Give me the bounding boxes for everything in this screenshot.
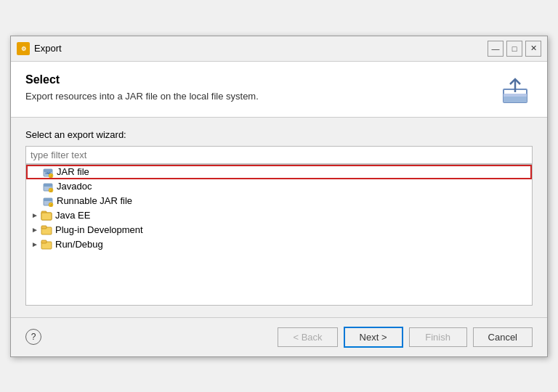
javadoc-label: Javadoc: [57, 181, 92, 192]
svg-rect-15: [44, 198, 52, 201]
export-dialog: ⚙ Export — □ ✕ Select Export resources i…: [10, 36, 548, 357]
window-controls: — □ ✕: [488, 41, 541, 57]
plugin-dev-folder-icon: [41, 224, 52, 236]
tree-item-runnable-jar[interactable]: J Runnable JAR file: [26, 194, 532, 208]
next-button[interactable]: Next >: [344, 327, 403, 348]
header-title: Select: [25, 73, 490, 86]
svg-rect-22: [41, 226, 46, 229]
expand-java-ee[interactable]: ►: [29, 211, 41, 219]
help-button[interactable]: ?: [25, 329, 41, 345]
dialog-title: Export: [34, 43, 483, 54]
tree-item-javadoc[interactable]: J Javadoc: [26, 179, 532, 194]
svg-text:J: J: [50, 189, 52, 192]
dialog-icon: ⚙: [17, 42, 30, 55]
tree-container[interactable]: JAR J JAR file J Javadoc: [25, 164, 533, 306]
tree-item-plugin-dev[interactable]: ► Plug-in Development: [26, 223, 532, 237]
dialog-header: Select Export resources into a JAR file …: [11, 62, 547, 118]
runnable-jar-label: Runnable JAR file: [57, 195, 132, 206]
expand-run-debug[interactable]: ►: [29, 240, 41, 248]
header-description: Export resources into a JAR file on the …: [25, 91, 490, 102]
minimize-button[interactable]: —: [488, 41, 504, 57]
finish-button[interactable]: Finish: [409, 327, 467, 347]
back-button[interactable]: < Back: [278, 327, 337, 347]
title-bar: ⚙ Export — □ ✕: [11, 36, 547, 62]
tree-item-run-debug[interactable]: ► Run/Debug: [26, 237, 532, 252]
run-debug-folder-icon: [41, 239, 52, 250]
section-label: Select an export wizard:: [25, 129, 533, 140]
plugin-dev-label: Plug-in Development: [55, 224, 143, 235]
svg-rect-4: [504, 97, 527, 102]
export-icon: [498, 73, 533, 108]
runnable-jar-icon: J: [42, 195, 54, 207]
tree-item-jar-file[interactable]: JAR J JAR file: [26, 165, 532, 179]
svg-rect-20: [41, 213, 52, 220]
svg-text:⚙: ⚙: [21, 46, 26, 52]
expand-plugin-dev[interactable]: ►: [29, 226, 41, 234]
maximize-button[interactable]: □: [506, 41, 522, 57]
svg-text:J: J: [50, 174, 52, 177]
cancel-button[interactable]: Cancel: [473, 327, 533, 347]
close-button[interactable]: ✕: [525, 41, 541, 57]
java-ee-label: Java EE: [55, 210, 90, 221]
svg-text:J: J: [50, 203, 52, 206]
jar-file-icon: JAR J: [42, 166, 54, 178]
dialog-body: Select an export wizard: JAR J JAR file: [11, 118, 547, 317]
jar-file-label: JAR file: [57, 166, 89, 177]
java-ee-folder-icon: [41, 210, 52, 221]
svg-rect-11: [44, 184, 52, 187]
svg-rect-24: [41, 240, 46, 243]
javadoc-icon: J: [42, 181, 54, 192]
tree-item-java-ee[interactable]: ► Java EE: [26, 208, 532, 223]
dialog-footer: ? < Back Next > Finish Cancel: [11, 317, 547, 356]
header-left: Select Export resources into a JAR file …: [25, 73, 490, 102]
filter-input[interactable]: [25, 146, 533, 164]
run-debug-label: Run/Debug: [55, 239, 103, 250]
